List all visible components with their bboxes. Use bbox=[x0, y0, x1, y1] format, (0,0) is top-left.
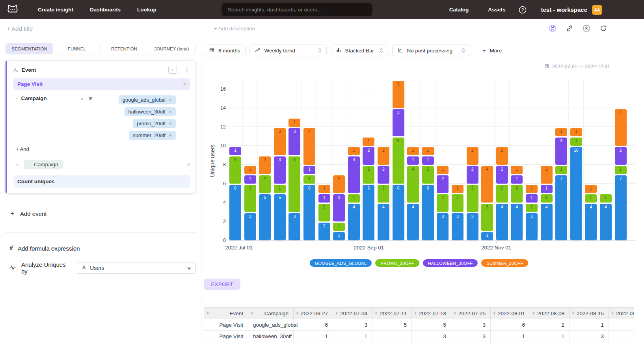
filter-value-tag[interactable]: summer_20off× bbox=[129, 131, 176, 140]
nav-create-insight[interactable]: Create insight bbox=[38, 7, 73, 13]
export-button[interactable]: EXPORT bbox=[204, 279, 240, 290]
filter-property[interactable]: · Campaign bbox=[16, 95, 47, 101]
chart-area: 6 months Weekly trend Stacked Bar bbox=[201, 37, 644, 344]
bar-segment: 1 bbox=[541, 194, 553, 203]
tab-retention[interactable]: RETENTION bbox=[101, 43, 148, 54]
chart-type-select[interactable]: Stacked Bar bbox=[331, 45, 388, 56]
filter-value-tag[interactable]: google_ads_global× bbox=[119, 95, 176, 104]
trend-select[interactable]: Weekly trend bbox=[249, 45, 327, 56]
person-icon bbox=[81, 265, 87, 271]
nav-lookup[interactable]: Lookup bbox=[137, 7, 156, 13]
table-cell: 1 bbox=[491, 331, 530, 342]
table-header-cell[interactable]: ▲▼Event bbox=[204, 308, 248, 319]
tab-funnel[interactable]: FUNNEL bbox=[53, 43, 100, 54]
nav-assets[interactable]: Assets bbox=[488, 7, 505, 13]
y-tick-label: 10 bbox=[214, 143, 226, 149]
tab-journey-beta-[interactable]: JOURNEY (beta) bbox=[148, 43, 195, 54]
refresh-icon[interactable] bbox=[599, 24, 607, 32]
table-cell: 1 bbox=[333, 331, 372, 342]
y-tick-label: 16 bbox=[214, 86, 226, 92]
clear-close-icon[interactable] bbox=[583, 24, 590, 32]
table-header-cell[interactable]: ▲▼2022-07-04 bbox=[333, 308, 372, 319]
table-header-cell[interactable]: ▲▼2022-08-08 bbox=[530, 308, 570, 319]
bar-segment: 2 bbox=[378, 147, 389, 165]
trend-line-icon bbox=[255, 47, 261, 54]
more-button[interactable]: + More bbox=[483, 48, 502, 54]
nav-catalog[interactable]: Catalog bbox=[449, 7, 469, 13]
search-input[interactable] bbox=[227, 6, 367, 13]
remove-tag-icon[interactable]: × bbox=[169, 133, 172, 138]
add-title-field[interactable]: + Add title bbox=[7, 25, 33, 32]
save-icon[interactable] bbox=[549, 24, 557, 32]
remove-tag-icon[interactable]: × bbox=[169, 109, 172, 115]
bar-segment: 3 bbox=[274, 128, 286, 155]
bar-segment: 2 bbox=[363, 147, 374, 165]
filter-operator[interactable]: is bbox=[89, 95, 93, 101]
date-range-button[interactable]: 6 months bbox=[204, 45, 246, 56]
bar-segment: 2 bbox=[615, 147, 627, 165]
table-header-cell[interactable]: ▲▼2022-06-27 bbox=[294, 308, 333, 319]
y-tick-label: 12 bbox=[214, 124, 226, 130]
aggregation-select[interactable]: Count uniques bbox=[13, 175, 190, 188]
nav-dashboards[interactable]: Dashboards bbox=[90, 7, 121, 13]
bar-segment: 3 bbox=[555, 138, 567, 165]
chart-legend: GOOGLE_ADS_GLOBALPROMO_20OFFHALLOWEEN_30… bbox=[201, 259, 637, 267]
remove-tag-icon[interactable]: × bbox=[169, 121, 172, 126]
workspace-name[interactable]: test - workspace bbox=[541, 6, 587, 13]
table-header-cell[interactable]: ▲▼2022-08-01 bbox=[491, 308, 530, 319]
query-builder-panel: SEGMENTATIONFUNNELRETENTIONJOURNEY (beta… bbox=[0, 37, 201, 344]
bar-segment: 1 bbox=[407, 156, 419, 165]
plus-icon: + bbox=[10, 210, 14, 218]
remove-event-icon[interactable]: × bbox=[183, 81, 186, 87]
table-header-cell[interactable]: ▲▼2022-07-11 bbox=[372, 308, 412, 319]
tab-segmentation[interactable]: SEGMENTATION bbox=[6, 43, 53, 54]
bar-segment: 1 bbox=[288, 119, 300, 127]
kebab-menu-icon[interactable]: ⋮ bbox=[184, 66, 190, 73]
event-card: A. Event + ⋮ Page Visit × · Campaign × i… bbox=[6, 61, 195, 193]
table-header-cell[interactable]: ▲▼2022-08-15 bbox=[570, 308, 609, 319]
event-select[interactable]: Page Visit × bbox=[13, 78, 190, 90]
post-processing-select[interactable]: No post processing bbox=[392, 45, 470, 56]
remove-filter-icon[interactable]: × bbox=[81, 96, 84, 102]
y-axis-label: Unique users bbox=[209, 145, 216, 177]
help-icon[interactable]: ? bbox=[518, 6, 527, 14]
bar-segment: 7 bbox=[555, 175, 567, 240]
filter-value-tag[interactable]: promo_20off× bbox=[133, 119, 176, 128]
y-tick-label: 4 bbox=[214, 200, 226, 205]
remove-tag-icon[interactable]: × bbox=[169, 97, 172, 103]
filter-value-tag[interactable]: halloween_30off× bbox=[125, 107, 176, 116]
duplicate-event-icon[interactable]: + bbox=[168, 66, 177, 74]
app-logo[interactable] bbox=[4, 4, 21, 16]
bar-segment: 1 bbox=[244, 175, 256, 184]
table-header-cell[interactable]: ▲▼Campaign bbox=[248, 308, 294, 319]
bar-segment: 6 bbox=[288, 156, 300, 212]
bar-segment: 1 bbox=[348, 194, 360, 203]
add-and-filter[interactable]: + And bbox=[16, 146, 190, 152]
add-formula-button[interactable]: # Add formula expression bbox=[9, 245, 195, 252]
global-search[interactable] bbox=[221, 3, 372, 16]
clear-groupby-icon[interactable]: × bbox=[187, 162, 190, 167]
table-header-cell[interactable]: ▲▼2022-07-18 bbox=[412, 308, 451, 319]
table-cell: 5 bbox=[372, 319, 412, 331]
legend-pill[interactable]: SUMMER_20OFF bbox=[481, 259, 528, 267]
analyze-by-select[interactable]: Users bbox=[77, 262, 195, 274]
share-link-icon[interactable] bbox=[566, 24, 573, 32]
legend-pill[interactable]: GOOGLE_ADS_GLOBAL bbox=[310, 259, 372, 267]
legend-pill[interactable]: HALLOWEEN_30OFF bbox=[423, 259, 478, 267]
remove-groupby-icon[interactable]: × bbox=[16, 162, 19, 167]
legend-pill[interactable]: PROMO_20OFF bbox=[375, 259, 419, 267]
bar-segment: 5 bbox=[259, 194, 271, 240]
analyze-by-value: Users bbox=[90, 265, 104, 271]
table-cell: 3 bbox=[451, 331, 491, 342]
avatar[interactable]: AA bbox=[592, 5, 602, 15]
table-row-partial bbox=[204, 342, 635, 344]
post-processing-icon bbox=[397, 47, 404, 54]
table-header-cell[interactable]: ▲▼2022-07-25 bbox=[451, 308, 491, 319]
add-event-button[interactable]: + Add event bbox=[10, 210, 195, 218]
bar-segment: 2 bbox=[259, 156, 271, 174]
group-by-property[interactable]: · Campaign bbox=[24, 160, 63, 169]
table-header-cell[interactable]: ▲▼2022-08-22 bbox=[609, 308, 635, 319]
bar-segment: 1 bbox=[615, 166, 627, 174]
table-cell: 3 bbox=[412, 331, 451, 342]
add-description-field[interactable]: + Add description bbox=[214, 26, 255, 32]
